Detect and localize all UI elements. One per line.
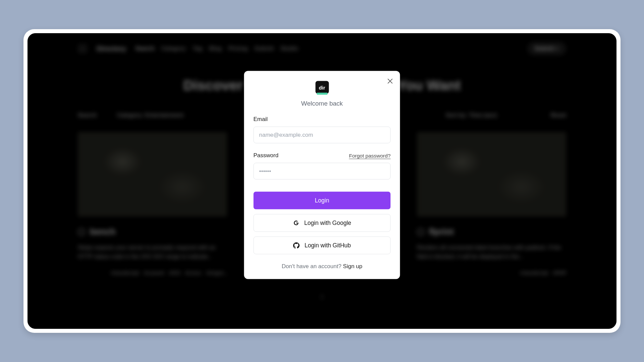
github-label: Login with GitHub: [305, 242, 351, 249]
login-github-button[interactable]: Login with GitHub: [254, 237, 391, 254]
password-field[interactable]: [254, 163, 391, 180]
google-icon: [293, 220, 300, 226]
signup-link[interactable]: Sign up: [343, 263, 363, 269]
forgot-password-link[interactable]: Forgot password?: [349, 153, 390, 159]
email-field[interactable]: [254, 127, 391, 143]
password-label: Password: [254, 152, 279, 159]
login-google-button[interactable]: Login with Google: [254, 214, 391, 232]
login-button[interactable]: Login: [254, 192, 391, 209]
app-window: Directory Search Category Tag Blog Prici…: [28, 33, 616, 329]
github-icon: [293, 242, 300, 249]
login-modal: dir Welcome back Email Password Forgot p…: [244, 71, 400, 279]
login-label: Login: [315, 197, 329, 204]
browser-frame: Directory Search Category Tag Blog Prici…: [23, 29, 621, 333]
google-label: Login with Google: [304, 220, 351, 227]
email-label: Email: [254, 116, 268, 123]
footer-text: Don't have an account?: [282, 263, 343, 269]
modal-logo: dir: [315, 81, 329, 94]
signup-footer: Don't have an account? Sign up: [254, 263, 391, 270]
close-icon[interactable]: [386, 77, 394, 85]
welcome-text: Welcome back: [254, 100, 391, 107]
